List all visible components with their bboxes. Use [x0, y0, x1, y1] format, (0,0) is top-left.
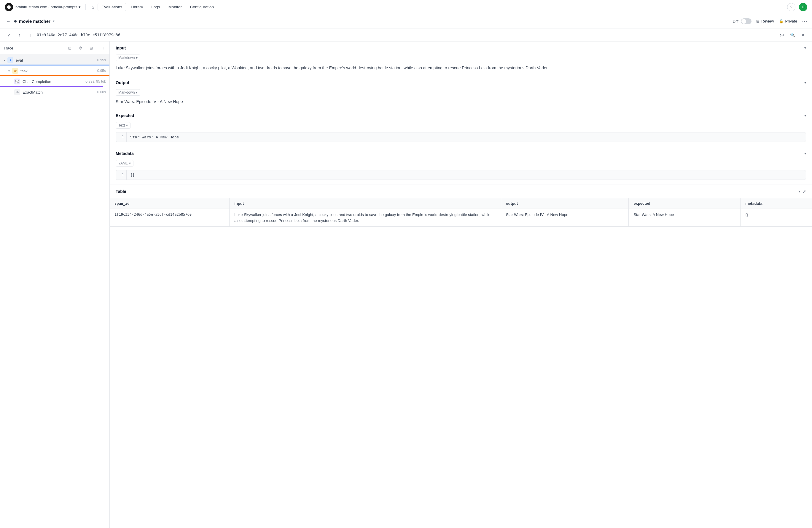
- cell-span-id: 1f19c334-246d-4a5e-a3df-cd14a2b857d0: [110, 209, 230, 227]
- task-chevron[interactable]: ▾: [8, 69, 10, 73]
- trace-icon-4[interactable]: ⊣: [98, 44, 106, 52]
- metadata-format-selector[interactable]: YAML ▾: [116, 160, 133, 167]
- brand-text: braintrustdata.com / ornella-prompts: [15, 5, 77, 9]
- nav-library[interactable]: Library: [127, 3, 146, 11]
- output-section: Output ▾ Markdown ▾ Star Wars: Episode I…: [110, 76, 812, 109]
- trace-item-chat[interactable]: 💬 Chat Completion 0.89s, 95 tok: [0, 76, 110, 87]
- data-table: span_id input output expected metadata 1…: [110, 198, 812, 226]
- review-button[interactable]: ⊞ Review: [756, 19, 774, 24]
- private-label: Private: [785, 19, 797, 24]
- expected-title: Expected: [116, 113, 134, 118]
- left-panel: Trace ⊡ ⏱ ⊞ ⊣ ▾ ✦ eval 0.95s ▾ ⟳ task 0.…: [0, 42, 110, 528]
- trace-icon-1[interactable]: ⊡: [66, 44, 74, 52]
- metadata-title: Metadata: [116, 151, 134, 156]
- metadata-format-chevron: ▾: [129, 161, 131, 165]
- second-bar: ← movie matcher ▾ Diff ⊞ Review 🔒 Privat…: [0, 14, 812, 28]
- brand-chevron: ▾: [78, 5, 81, 9]
- task-time: 0.95s: [97, 69, 106, 73]
- table-header-row: span_id input output expected metadata: [110, 198, 812, 209]
- back-button[interactable]: ←: [5, 17, 12, 25]
- trace-icon-3[interactable]: ⊞: [87, 44, 95, 52]
- nav-right: ? O: [787, 3, 807, 11]
- task-label: task: [20, 69, 95, 73]
- trace-item-task[interactable]: ▾ ⟳ task 0.95s: [0, 65, 110, 76]
- input-format-selector[interactable]: Markdown ▾: [116, 55, 140, 61]
- user-avatar[interactable]: O: [799, 3, 807, 11]
- more-button[interactable]: ⋯: [802, 18, 807, 25]
- col-header-metadata: metadata: [741, 198, 812, 209]
- top-nav: braintrustdata.com / ornella-prompts ▾ ⌂…: [0, 0, 812, 14]
- col-header-input: input: [230, 198, 501, 209]
- chat-icon: 💬: [14, 78, 20, 85]
- home-button[interactable]: ⌂: [90, 3, 95, 11]
- trace-icon-2[interactable]: ⏱: [76, 44, 85, 52]
- expected-format-selector[interactable]: Text ▾: [116, 122, 130, 129]
- search-icon[interactable]: 🔍: [788, 31, 797, 39]
- output-text: Star Wars: Episode IV - A New Hope: [116, 99, 806, 104]
- input-section-header[interactable]: Input ▾: [110, 42, 812, 55]
- logo: [5, 3, 13, 11]
- col-header-span-id: span_id: [110, 198, 230, 209]
- table-chevron: ▾: [798, 189, 800, 194]
- col-header-expected: expected: [629, 198, 741, 209]
- cell-input: Luke Skywalker joins forces with a Jedi …: [230, 209, 501, 227]
- eval-time: 0.95s: [97, 58, 106, 62]
- expand-icon[interactable]: ⤢: [5, 31, 13, 39]
- eval-chevron[interactable]: ▾: [3, 59, 5, 62]
- eval-label: eval: [16, 58, 95, 62]
- up-button[interactable]: ↑: [15, 31, 24, 39]
- input-format-label: Markdown: [118, 56, 135, 60]
- metadata-format-label: YAML: [118, 161, 128, 165]
- input-title: Input: [116, 46, 126, 50]
- table-title: Table: [116, 189, 126, 194]
- expected-chevron: ▾: [804, 114, 806, 118]
- table-section-header[interactable]: Table ▾ ⤢: [110, 185, 812, 198]
- nav-logs[interactable]: Logs: [148, 3, 163, 11]
- diff-label: Diff: [733, 19, 738, 24]
- nav-configuration[interactable]: Configuration: [187, 3, 217, 11]
- expected-section-header[interactable]: Expected ▾: [110, 109, 812, 122]
- nav-monitor[interactable]: Monitor: [165, 3, 185, 11]
- trace-id: 01c9f46a-2e77-446e-b79e-c51ff8979d36: [37, 33, 120, 37]
- expected-code-line: 1 Star Wars: A New Hope: [116, 133, 806, 142]
- output-title: Output: [116, 80, 129, 85]
- trace-header-icons: ⊡ ⏱ ⊞ ⊣: [66, 44, 106, 52]
- table-head: span_id input output expected metadata: [110, 198, 812, 209]
- output-format-chevron: ▾: [136, 90, 137, 94]
- table-expand-button[interactable]: ⤢: [802, 189, 806, 194]
- title-dot: [14, 20, 17, 22]
- input-text: Luke Skywalker joins forces with a Jedi …: [116, 64, 806, 71]
- nav-evaluations[interactable]: Evaluations: [98, 3, 126, 11]
- help-button[interactable]: ?: [787, 3, 795, 11]
- trace-item-exact[interactable]: % ExactMatch 0.00s: [0, 87, 110, 97]
- trace-item-eval[interactable]: ▾ ✦ eval 0.95s: [0, 55, 110, 65]
- output-format-selector[interactable]: Markdown ▾: [116, 89, 140, 96]
- table-body: 1f19c334-246d-4a5e-a3df-cd14a2b857d0 Luk…: [110, 209, 812, 227]
- private-button[interactable]: 🔒 Private: [779, 19, 797, 24]
- input-section: Input ▾ Markdown ▾ Luke Skywalker joins …: [110, 42, 812, 76]
- close-icon[interactable]: ✕: [799, 31, 807, 39]
- exact-icon: %: [14, 89, 20, 95]
- diff-toggle: Diff: [733, 18, 752, 24]
- exact-label: ExactMatch: [23, 90, 95, 94]
- output-body: Markdown ▾ Star Wars: Episode IV - A New…: [110, 89, 812, 109]
- output-section-header[interactable]: Output ▾: [110, 76, 812, 89]
- expected-line-num: 1: [116, 133, 127, 142]
- metadata-code-block: 1 {}: [116, 170, 806, 180]
- metadata-line-content: {}: [127, 170, 139, 180]
- metadata-code-line: 1 {}: [116, 170, 806, 180]
- trace-panel-header: Trace ⊡ ⏱ ⊞ ⊣: [0, 42, 110, 55]
- metadata-section-header[interactable]: Metadata ▾: [110, 147, 812, 160]
- cell-output: Star Wars: Episode IV - A New Hope: [501, 209, 629, 227]
- expected-format-chevron: ▾: [126, 123, 128, 127]
- tag-icon[interactable]: 🏷: [778, 31, 786, 39]
- second-bar-right: Diff ⊞ Review 🔒 Private ⋯: [733, 18, 807, 25]
- expected-line-content: Star Wars: A New Hope: [127, 133, 183, 142]
- brand-link[interactable]: braintrustdata.com / ornella-prompts ▾: [15, 5, 81, 9]
- diff-switch[interactable]: [741, 18, 752, 24]
- trace-label: Trace: [3, 46, 13, 50]
- title-chevron[interactable]: ▾: [53, 19, 55, 23]
- output-format-label: Markdown: [118, 90, 135, 94]
- down-button[interactable]: ↓: [26, 31, 34, 39]
- review-icon: ⊞: [756, 19, 759, 24]
